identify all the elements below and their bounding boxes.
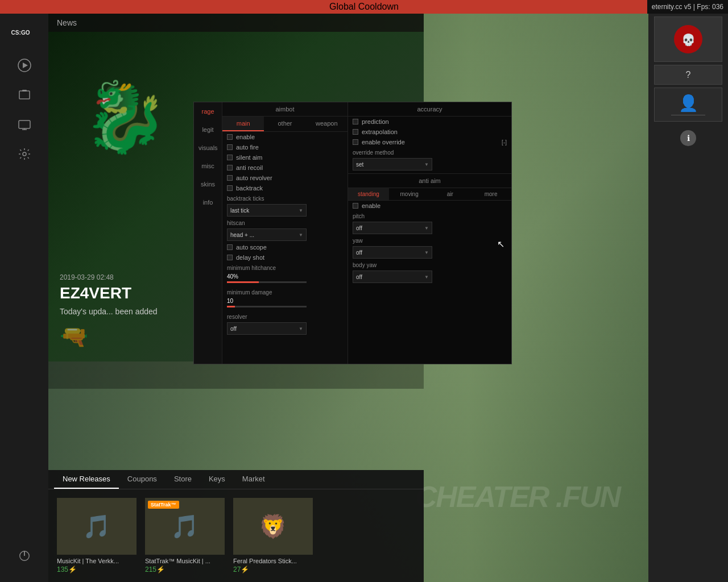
nav-misc[interactable]: misc xyxy=(194,157,222,175)
checkbox-antirecoil[interactable] xyxy=(227,165,233,171)
tv-icon[interactable] xyxy=(13,113,36,136)
stattrak-badge: StatTrak™ xyxy=(148,501,179,509)
svg-text:💀: 💀 xyxy=(681,33,696,47)
aimbot-tab-weapon[interactable]: weapon xyxy=(306,117,348,131)
news-article: 2019-03-29 02:48 EZ4VERT Today's upda...… xyxy=(60,273,158,316)
option-prediction: prediction xyxy=(348,117,511,127)
checkbox-autofire[interactable] xyxy=(227,144,233,150)
svg-marker-2 xyxy=(23,63,28,68)
min-hitchance-label: minimum hitchance xyxy=(222,263,348,272)
checkbox-enable[interactable] xyxy=(227,134,233,140)
fps-display: eternity.cc v5 | Fps: 036 xyxy=(647,0,728,14)
shop-item[interactable]: 🎵MusicKit | The Verkk...135⚡ xyxy=(57,498,136,573)
settings-icon[interactable] xyxy=(13,143,36,165)
cheat-menu: rage legit visuals misc skins info aimbo… xyxy=(193,102,512,364)
nav-skins[interactable]: skins xyxy=(194,175,222,193)
body-yaw-dropdown[interactable]: off ▼ xyxy=(353,271,432,283)
shop-item-image: 🎵 xyxy=(57,498,136,555)
csgo-logo: CS:GO xyxy=(9,19,40,42)
shop-item[interactable]: 🎵StatTrak™StatTrak™ MusicKit | ...215⚡ xyxy=(145,498,225,573)
title: Global Cooldown xyxy=(329,2,399,12)
aimbot-tab-other[interactable]: other xyxy=(264,117,305,131)
override-method-label: override method xyxy=(348,147,511,157)
accuracy-header: accuracy xyxy=(348,102,511,117)
option-delayshot: delay shot xyxy=(222,252,348,263)
min-damage-track[interactable] xyxy=(227,306,307,307)
antiaim-tab-air[interactable]: air xyxy=(430,188,471,200)
shop-tab-new-releases[interactable]: New Releases xyxy=(54,470,119,489)
option-silentaim: silent aim xyxy=(222,152,348,163)
shop-tab-coupons[interactable]: Coupons xyxy=(119,470,166,489)
hitchance-value: 40% xyxy=(227,273,343,280)
shop-item-image: 🎵StatTrak™ xyxy=(145,498,225,555)
play-button[interactable] xyxy=(13,54,36,77)
nav-visuals[interactable]: visuals xyxy=(194,139,222,157)
backtrack-ticks-label: backtrack ticks xyxy=(222,193,348,203)
user-icon: 👤 xyxy=(679,94,698,113)
watermark: CHEATER .FUN xyxy=(416,480,620,514)
power-icon[interactable] xyxy=(13,544,36,567)
checkbox-backtrack[interactable] xyxy=(227,185,233,191)
body-yaw-label: body yaw xyxy=(348,260,511,269)
inventory-icon[interactable] xyxy=(13,84,36,106)
shop-tab-store[interactable]: Store xyxy=(166,470,200,489)
antiaim-tab-more[interactable]: more xyxy=(470,188,511,200)
shop-item[interactable]: 🦁Feral Predators Stick...27⚡ xyxy=(233,498,313,573)
hitscan-dropdown[interactable]: head + ... ▼ xyxy=(227,228,307,241)
option-autorevolver: auto revolver xyxy=(222,173,348,183)
checkbox-autorevolver[interactable] xyxy=(227,175,233,181)
pitch-label: pitch xyxy=(348,211,511,221)
resolver-dropdown[interactable]: off ▼ xyxy=(227,322,307,335)
override-binding: [-] xyxy=(502,139,507,146)
yaw-dropdown[interactable]: off ▼ xyxy=(353,246,432,259)
antiaim-tab-moving[interactable]: moving xyxy=(389,188,430,200)
checkbox-enableoverride[interactable] xyxy=(353,139,358,145)
option-autofire: auto fire xyxy=(222,142,348,152)
right-panel: 💀 ? 👤 ℹ xyxy=(648,14,728,582)
nav-info[interactable]: info xyxy=(194,193,222,211)
main-content: CHEATER .FUN News 🐉 2019-03-29 02:48 EZ4… xyxy=(48,14,648,582)
shop-item-price: 215⚡ xyxy=(145,566,225,573)
news-title: EZ4VERT xyxy=(60,284,158,302)
shop-section: New ReleasesCouponsStoreKeysMarket 🎵Musi… xyxy=(48,470,424,582)
aimbot-tab-main[interactable]: main xyxy=(222,117,264,131)
cheat-nav: rage legit visuals misc skins info xyxy=(194,102,222,364)
checkbox-extrapolation[interactable] xyxy=(353,129,358,135)
svg-rect-3 xyxy=(19,91,30,99)
dropdown-arrow: ▼ xyxy=(299,208,303,213)
shop-item-price: 27⚡ xyxy=(233,566,313,573)
left-sidebar: CS:GO xyxy=(0,14,48,582)
news-date: 2019-03-29 02:48 xyxy=(60,273,158,281)
override-method-dropdown[interactable]: set ▼ xyxy=(353,158,432,171)
shop-tab-market[interactable]: Market xyxy=(234,470,274,489)
pitch-dropdown[interactable]: off ▼ xyxy=(353,222,432,234)
resolver-label: resolver xyxy=(222,311,348,321)
nav-legit[interactable]: legit xyxy=(194,120,222,139)
svg-point-8 xyxy=(23,152,26,156)
yaw-arrow: ▼ xyxy=(424,250,429,255)
hitscan-arrow: ▼ xyxy=(299,232,303,238)
checkbox-antiaim-enable[interactable] xyxy=(353,203,358,209)
antiaim-tab-standing[interactable]: standing xyxy=(348,188,389,200)
hitscan-label: hitscan xyxy=(222,218,348,227)
body-yaw-arrow: ▼ xyxy=(424,275,429,280)
min-damage-label: minimum damage xyxy=(222,287,348,297)
checkbox-silentaim[interactable] xyxy=(227,155,233,160)
checkbox-prediction[interactable] xyxy=(353,119,358,124)
info-button[interactable]: ℹ xyxy=(680,130,696,146)
nav-rage[interactable]: rage xyxy=(194,102,222,120)
shop-tab-keys[interactable]: Keys xyxy=(200,470,234,489)
checkbox-delayshot[interactable] xyxy=(227,255,233,260)
checkbox-autoscope[interactable] xyxy=(227,244,233,250)
antiaim-header: anti aim xyxy=(348,173,511,188)
question-button[interactable]: ? xyxy=(654,65,722,85)
aimbot-panel: aimbot main other weapon enable auto fir… xyxy=(222,102,348,364)
hitchance-slider-container: 40% xyxy=(222,272,348,287)
hitchance-track[interactable] xyxy=(227,281,307,283)
backtrack-ticks-dropdown[interactable]: last tick ▼ xyxy=(227,204,307,217)
resolver-arrow: ▼ xyxy=(299,326,303,331)
option-antiaim-enable: enable xyxy=(348,201,511,211)
shop-items: 🎵MusicKit | The Verkk...135⚡🎵StatTrak™St… xyxy=(48,489,424,582)
onetap-logo: 💀 xyxy=(654,16,722,62)
cursor-indicator: ↖ xyxy=(497,239,504,250)
